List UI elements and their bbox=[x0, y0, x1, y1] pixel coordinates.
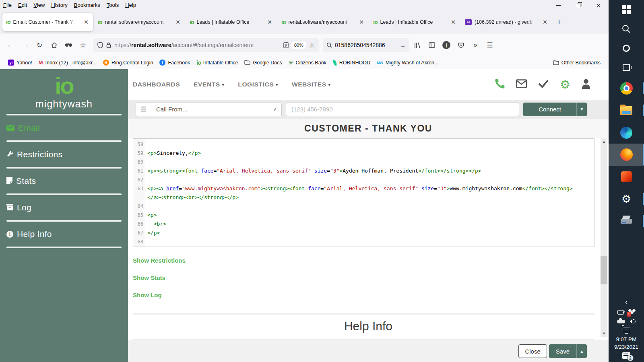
nav-link-events[interactable]: EVENTS▾ bbox=[194, 81, 224, 88]
restore-button[interactable] bbox=[568, 0, 588, 10]
pocket-icon[interactable] bbox=[454, 39, 467, 51]
start-button[interactable] bbox=[609, 0, 644, 19]
library-icon[interactable] bbox=[411, 39, 424, 51]
zoom-level[interactable]: 80% bbox=[292, 41, 306, 49]
menu-tools[interactable]: Tools bbox=[103, 0, 122, 10]
sidebar-item-restrictions[interactable]: Restrictions bbox=[0, 142, 128, 167]
browser-tab[interactable]: iorental.software/myaccount✕ bbox=[94, 13, 185, 31]
code-editor[interactable]: 5859606162636465666768 <p>Sincerely,</p>… bbox=[133, 138, 594, 247]
action-center-icon[interactable]: 2 bbox=[622, 352, 630, 359]
bookmark-item[interactable]: ROBINHOOD bbox=[330, 58, 374, 68]
modal-scrollbar[interactable]: ▲ ▼ bbox=[601, 138, 607, 337]
lock-icon[interactable] bbox=[106, 42, 111, 48]
bookmark-item[interactable]: y!Yahoo! bbox=[5, 58, 35, 68]
menu-file[interactable]: File bbox=[0, 0, 15, 10]
app-menu-icon[interactable]: ☰ bbox=[483, 39, 496, 51]
check-icon[interactable] bbox=[538, 79, 549, 90]
taskbar-firefox[interactable] bbox=[609, 144, 644, 166]
taskbar-office[interactable] bbox=[609, 166, 644, 188]
taskbar-file-explorer[interactable] bbox=[609, 99, 644, 121]
bookmark-item[interactable]: Google Docs bbox=[241, 58, 285, 68]
nav-link-websites[interactable]: WEBSITES▾ bbox=[292, 81, 330, 88]
search-bar[interactable]: 0158628504542886 → bbox=[323, 38, 409, 52]
menu-edit[interactable]: Edit bbox=[15, 0, 30, 10]
link-show-stats[interactable]: Show Stats bbox=[133, 274, 609, 281]
scrollbar-thumb[interactable] bbox=[601, 256, 607, 284]
scroll-down-arrow[interactable]: ▼ bbox=[601, 331, 607, 335]
connect-button[interactable]: Connect bbox=[523, 103, 576, 116]
address-bar[interactable]: https://rental.software/account/#/settin… bbox=[93, 38, 319, 52]
save-dropup-button[interactable]: ▲ bbox=[576, 344, 587, 358]
editor-code[interactable]: <p>Sincerely,</p> <p><strong><font face=… bbox=[145, 139, 594, 247]
nav-link-logistics[interactable]: LOGISTICS▾ bbox=[238, 81, 278, 88]
tab-close-icon[interactable]: ✕ bbox=[450, 19, 456, 25]
browser-tab[interactable]: ioLeads | Inflatable Office✕ bbox=[186, 13, 277, 31]
cortana-button[interactable] bbox=[609, 39, 644, 58]
phone-icon[interactable] bbox=[495, 78, 505, 90]
email-icon[interactable] bbox=[516, 79, 527, 90]
taskbar-chrome[interactable] bbox=[609, 77, 644, 99]
taskbar-edge[interactable] bbox=[609, 121, 644, 144]
bookmark-item[interactable]: MWMighty Wash of Akron... bbox=[374, 58, 442, 68]
close-button[interactable]: Close bbox=[518, 344, 547, 358]
account-person-icon[interactable] bbox=[581, 78, 591, 90]
link-show-log[interactable]: Show Log bbox=[133, 292, 609, 298]
bookmark-star-icon[interactable]: ☆ bbox=[309, 41, 315, 49]
extension-binoculars-icon[interactable] bbox=[62, 39, 75, 51]
taskbar-printer-app[interactable] bbox=[609, 210, 644, 232]
dropbox-icon[interactable]: 1 bbox=[629, 309, 635, 315]
tab-close-icon[interactable]: ✕ bbox=[83, 19, 89, 25]
browser-tab[interactable]: ioLeads | Inflatable Office✕ bbox=[369, 13, 460, 31]
other-bookmarks[interactable]: Other Bookmarks bbox=[550, 58, 604, 68]
save-button[interactable]: Save bbox=[549, 344, 576, 358]
sidebars-icon[interactable] bbox=[425, 39, 438, 51]
reader-mode-icon[interactable] bbox=[283, 42, 289, 48]
phone-number-input[interactable]: (123) 456-7890 bbox=[286, 103, 519, 116]
tray-expand-chevron[interactable]: ‹ bbox=[625, 297, 627, 307]
browser-tab[interactable]: iorental.software/myaccount✕ bbox=[278, 13, 368, 31]
tab-close-icon[interactable]: ✕ bbox=[175, 19, 181, 25]
new-tab-button[interactable]: + bbox=[553, 16, 565, 28]
taskbar-clock[interactable]: 9:07 PM 9/23/2021 bbox=[614, 332, 638, 352]
call-menu-button[interactable]: ☰ bbox=[136, 103, 151, 116]
menu-help[interactable]: Help bbox=[122, 0, 139, 10]
tab-close-icon[interactable]: ✕ bbox=[542, 19, 548, 25]
sidebar-item-help-info[interactable]: iHelp Info bbox=[0, 222, 128, 247]
bookmark-item[interactable]: MInbox (12) - info@akr... bbox=[35, 58, 100, 68]
taskbar-settings[interactable]: ⚙ bbox=[609, 188, 644, 210]
connect-dropdown-button[interactable]: ▼ bbox=[576, 103, 587, 116]
browser-tab[interactable]: ioEmail: Customer - Thank Y✕ bbox=[2, 13, 93, 31]
search-input[interactable]: 0158628504542886 bbox=[335, 42, 397, 48]
bookmark-item[interactable]: ioInflatable Office bbox=[193, 58, 241, 68]
bookmark-item[interactable]: fFacebook bbox=[156, 58, 193, 68]
call-from-select[interactable]: Call From... ∨ bbox=[151, 106, 281, 113]
forward-button[interactable]: → bbox=[19, 39, 31, 51]
menu-history[interactable]: History bbox=[48, 0, 70, 10]
back-button[interactable]: ← bbox=[4, 39, 17, 51]
menu-view[interactable]: View bbox=[30, 0, 48, 10]
link-show-restrictions[interactable]: Show Restrictions bbox=[133, 257, 609, 264]
settings-gear-icon[interactable]: ⚙ bbox=[560, 79, 570, 90]
scroll-up-arrow[interactable]: ▲ bbox=[601, 140, 607, 144]
menu-bookmarks[interactable]: Bookmarks bbox=[71, 0, 103, 10]
overflow-chevron-icon[interactable]: » bbox=[469, 39, 482, 51]
bookmark-item[interactable]: RRing Central Login bbox=[100, 58, 157, 68]
url-text[interactable]: https://rental.software/account/#/settin… bbox=[114, 42, 280, 48]
tracking-shield-icon[interactable] bbox=[97, 42, 103, 48]
network-icon[interactable] bbox=[623, 327, 630, 332]
task-view-button[interactable] bbox=[609, 58, 644, 77]
minimize-button[interactable] bbox=[548, 0, 568, 10]
bookmark-item[interactable]: ✳Citizens Bank bbox=[285, 58, 330, 68]
volume-icon[interactable] bbox=[630, 319, 636, 324]
browser-tab[interactable]: ✉(106,392 unread) - givedb✕ bbox=[461, 13, 552, 31]
search-go-icon[interactable]: → bbox=[400, 42, 406, 49]
tab-close-icon[interactable]: ✕ bbox=[266, 19, 273, 25]
extension-circle-i-icon[interactable]: | bbox=[440, 39, 453, 51]
close-window-button[interactable]: × bbox=[588, 0, 609, 10]
reload-button[interactable]: ↻ bbox=[33, 39, 46, 51]
taskbar-search-button[interactable] bbox=[609, 19, 644, 39]
sidebar-item-email[interactable]: Email bbox=[0, 115, 128, 140]
extension-star-icon[interactable]: ☆ bbox=[76, 39, 89, 51]
cast-icon[interactable] bbox=[617, 310, 624, 315]
sidebar-item-stats[interactable]: Stats bbox=[0, 169, 128, 193]
